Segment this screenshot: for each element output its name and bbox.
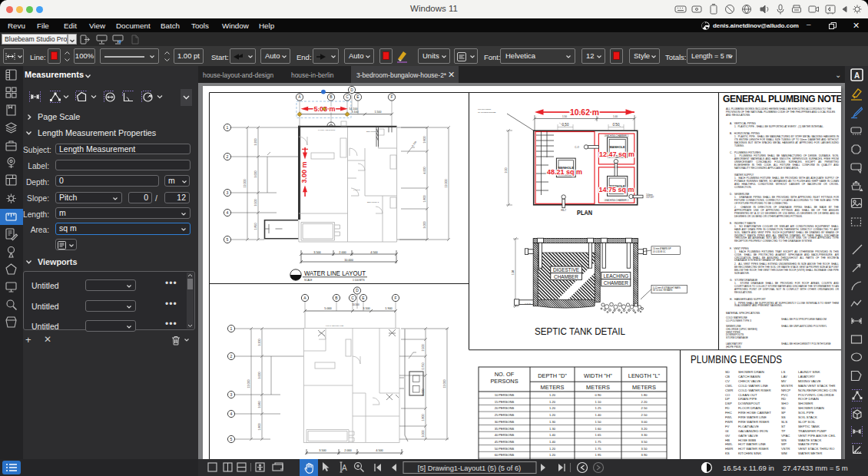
svg-text:CB: CB bbox=[725, 375, 730, 378]
svg-text:WASTE PIPE: WASTE PIPE bbox=[798, 442, 818, 446]
svg-text:1.800: 1.800 bbox=[422, 415, 425, 421]
svg-text:HB: HB bbox=[725, 438, 730, 442]
svg-text:FLOATVALVE: FLOATVALVE bbox=[738, 425, 759, 428]
svg-text:12.000: 12.000 bbox=[244, 180, 247, 188]
svg-text:METERS: METERS bbox=[632, 384, 656, 391]
svg-text:12.47 sq m: 12.47 sq m bbox=[599, 150, 634, 158]
svg-text:MANHOLE: MANHOLE bbox=[609, 145, 625, 149]
svg-text:1.20: 1.20 bbox=[549, 447, 556, 451]
svg-text:SOIL STACK: SOIL STACK bbox=[798, 415, 817, 419]
svg-text:0.700: 0.700 bbox=[411, 140, 417, 147]
svg-text:PLUMBING LEGENDS: PLUMBING LEGENDS bbox=[691, 354, 782, 365]
svg-text:SOIL PIPE: SOIL PIPE bbox=[798, 411, 814, 415]
svg-text:45 PERSONS: 45 PERSONS bbox=[495, 440, 515, 444]
svg-text:GV: GV bbox=[725, 434, 730, 438]
svg-text:3.50: 3.50 bbox=[641, 447, 648, 451]
svg-text:2: 2 bbox=[227, 154, 229, 159]
svg-text:D: D bbox=[350, 88, 353, 92]
svg-text:ROOF DRAIN: ROOF DRAIN bbox=[798, 397, 819, 401]
svg-text:LS: LS bbox=[781, 370, 785, 374]
svg-text:2.00: 2.00 bbox=[505, 168, 508, 174]
svg-text:1.95: 1.95 bbox=[595, 453, 602, 457]
svg-text:2.000: 2.000 bbox=[344, 449, 352, 452]
svg-text:WM: WM bbox=[781, 451, 787, 455]
svg-text:10 PERSONS: 10 PERSONS bbox=[495, 393, 515, 397]
svg-text:CHECK VALVE: CHECK VALVE bbox=[738, 379, 761, 383]
svg-text:LEACHING CHAMBER 1: LEACHING CHAMBER 1 bbox=[605, 134, 629, 137]
svg-text:SP: SP bbox=[781, 411, 786, 415]
svg-text:3.50: 3.50 bbox=[641, 440, 648, 444]
svg-text:50 PERSONS: 50 PERSONS bbox=[495, 447, 515, 451]
svg-text:2.500: 2.500 bbox=[422, 345, 425, 352]
svg-text:1.30: 1.30 bbox=[549, 420, 556, 424]
svg-text:3.00: 3.00 bbox=[641, 420, 648, 424]
svg-text:3.000: 3.000 bbox=[258, 372, 261, 379]
svg-text:12.000: 12.000 bbox=[443, 380, 446, 388]
svg-text:METERS: METERS bbox=[586, 384, 610, 391]
svg-text:3.000: 3.000 bbox=[422, 431, 425, 438]
svg-text:1.50: 1.50 bbox=[512, 270, 515, 275]
svg-text:SD: SD bbox=[725, 370, 730, 374]
svg-text:FIRE HOSE CABINET: FIRE HOSE CABINET bbox=[738, 411, 771, 415]
svg-text:TP: TP bbox=[781, 429, 786, 433]
svg-text:COLD WATER LINE: COLD WATER LINE bbox=[738, 384, 768, 388]
svg-text:DSP: DSP bbox=[725, 402, 732, 405]
svg-text:1.50: 1.50 bbox=[595, 420, 602, 424]
svg-text:DRAIN PIPE: DRAIN PIPE bbox=[738, 397, 757, 401]
svg-text:SS: SS bbox=[781, 415, 786, 419]
svg-text:LIVING AND DINING: LIVING AND DINING bbox=[318, 129, 336, 131]
svg-text:FIRE WATER RISER: FIRE WATER RISER bbox=[738, 420, 769, 424]
svg-text:T and B: T and B bbox=[353, 189, 360, 191]
svg-text:SHO: SHO bbox=[781, 402, 789, 405]
svg-text:3.200: 3.200 bbox=[258, 339, 261, 346]
svg-text:3.000: 3.000 bbox=[254, 171, 257, 178]
svg-text:C-O: C-O bbox=[575, 146, 579, 149]
svg-text:0.50: 0.50 bbox=[562, 123, 569, 127]
svg-text:3.500: 3.500 bbox=[319, 449, 326, 452]
svg-text:PVC: PVC bbox=[781, 393, 788, 397]
svg-text:SEPTIC TANK DETAIL: SEPTIC TANK DETAIL bbox=[535, 326, 625, 337]
svg-text:5: 5 bbox=[227, 237, 229, 242]
svg-text:1: 1 bbox=[227, 125, 229, 130]
svg-text:DEPTH "D": DEPTH "D" bbox=[538, 372, 567, 379]
svg-text:LAV: LAV bbox=[781, 375, 787, 378]
svg-text:1.800: 1.800 bbox=[258, 424, 261, 431]
svg-text:C-O: C-O bbox=[615, 166, 618, 169]
svg-text:1.00: 1.00 bbox=[613, 115, 618, 118]
svg-text:WASTE STACK: WASTE STACK bbox=[798, 438, 821, 442]
svg-text:2.50: 2.50 bbox=[641, 413, 648, 417]
svg-text:FLOOR DRAIN: FLOOR DRAIN bbox=[738, 406, 760, 410]
svg-text:1.20: 1.20 bbox=[549, 393, 556, 397]
svg-text:3: 3 bbox=[227, 190, 229, 195]
svg-text:VSTR: VSTR bbox=[781, 447, 790, 451]
svg-text:HOT WATER RISER: HOT WATER RISER bbox=[738, 447, 769, 451]
svg-text:3.200: 3.200 bbox=[254, 139, 257, 146]
svg-text:3.90: 3.90 bbox=[641, 453, 648, 457]
svg-text:1.75: 1.75 bbox=[595, 447, 602, 451]
svg-text:FV: FV bbox=[725, 425, 730, 428]
svg-text:A: A bbox=[854, 71, 860, 80]
svg-text:SLOP SOIL: SLOP SOIL bbox=[798, 420, 816, 424]
svg-text:1.40: 1.40 bbox=[549, 440, 556, 444]
svg-text:W/ 10 mm TIE BARS: W/ 10 mm TIE BARS bbox=[653, 289, 672, 292]
svg-text:WIDTH "H": WIDTH "H" bbox=[584, 372, 612, 379]
svg-text:35 PERSONS: 35 PERSONS bbox=[495, 427, 515, 431]
svg-text:3.500: 3.500 bbox=[313, 251, 321, 254]
svg-text:A: A bbox=[342, 464, 347, 472]
svg-text:1.75: 1.75 bbox=[595, 440, 602, 444]
svg-text:SHOWER: SHOWER bbox=[798, 402, 813, 405]
svg-text:@ 0.30 M OC: @ 0.30 M OC bbox=[653, 250, 666, 253]
svg-text:FIRE WATER LINE: FIRE WATER LINE bbox=[738, 415, 767, 419]
svg-text:CATCH BASIN: CATCH BASIN bbox=[738, 375, 760, 378]
svg-text:2.20: 2.20 bbox=[641, 400, 648, 404]
svg-text:1.20: 1.20 bbox=[549, 400, 556, 404]
svg-text:SHOWER DRAIN: SHOWER DRAIN bbox=[798, 406, 824, 410]
svg-text:HWR: HWR bbox=[725, 447, 733, 451]
svg-text:10 mm Ø BARS SP: 10 mm Ø BARS SP bbox=[653, 247, 671, 250]
svg-text:14.75 sq m: 14.75 sq m bbox=[599, 186, 634, 193]
svg-text:HB+T: HB+T bbox=[561, 209, 566, 212]
svg-text:1.60: 1.60 bbox=[595, 427, 602, 431]
svg-text:CHAMBER: CHAMBER bbox=[604, 280, 628, 286]
svg-text:OUTLET: OUTLET bbox=[646, 196, 654, 199]
svg-text:POLYVINYL CHLORIDE: POLYVINYL CHLORIDE bbox=[798, 393, 834, 397]
